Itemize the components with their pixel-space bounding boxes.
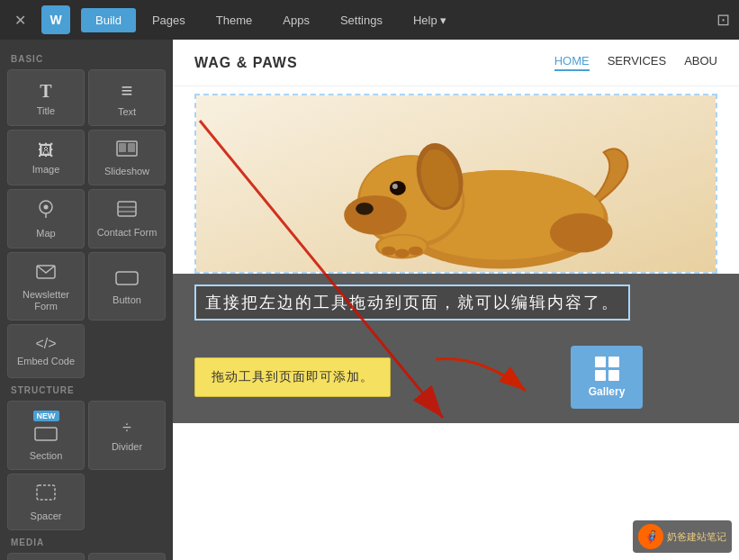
- watermark-text: 奶爸建站笔记: [667, 530, 726, 544]
- site-nav-link-about[interactable]: ABOU: [684, 54, 717, 71]
- sidebar: BASIC T Title ≡ Text 🖼 Image: [0, 40, 173, 560]
- tool-divider[interactable]: ÷ Divider: [88, 401, 166, 470]
- map-icon: [36, 199, 56, 224]
- structure-section-label: STRUCTURE: [11, 385, 162, 395]
- svg-point-26: [382, 247, 396, 256]
- svg-rect-10: [116, 272, 138, 285]
- spacer-icon: [35, 483, 57, 507]
- embed-code-label: Embed Code: [17, 356, 75, 367]
- svg-point-20: [390, 181, 406, 195]
- tool-contact-form[interactable]: Contact Form: [88, 189, 166, 248]
- tool-newsletter-form[interactable]: Newsletter Form: [7, 252, 85, 321]
- image-label: Image: [32, 164, 60, 176]
- top-nav-bar: ✕ W Build Pages Theme Apps Settings Help…: [0, 0, 739, 40]
- tool-section[interactable]: NEW Section: [7, 401, 85, 470]
- image-icon: 🖼: [38, 141, 54, 160]
- dog-image-section: [194, 94, 717, 274]
- spacer-label: Spacer: [31, 510, 62, 522]
- hint-section: 拖动工具到页面即可添加。: [173, 331, 739, 423]
- main-layout: BASIC T Title ≡ Text 🖼 Image: [0, 40, 739, 560]
- media-section-label: MEDIA: [11, 537, 162, 547]
- newsletter-form-label: Newsletter Form: [14, 289, 78, 312]
- tab-settings[interactable]: Settings: [326, 8, 397, 32]
- website-preview: WAG & PAWS HOME SERVICES ABOU: [173, 40, 739, 560]
- svg-point-27: [395, 249, 410, 258]
- button-icon: [115, 267, 139, 291]
- nav-right: ⊡: [716, 10, 730, 30]
- title-icon: T: [40, 81, 51, 102]
- site-logo: WAG & PAWS: [194, 55, 298, 71]
- tool-title[interactable]: T Title: [7, 69, 85, 126]
- drag-arrow: [427, 350, 535, 404]
- contact-form-label: Contact Form: [97, 227, 158, 239]
- site-nav-link-services[interactable]: SERVICES: [608, 54, 667, 71]
- divider-label: Divider: [112, 441, 142, 453]
- newsletter-form-icon: [35, 262, 57, 285]
- text-label: Text: [118, 106, 136, 118]
- gallery-cell-2: [608, 357, 619, 367]
- contact-form-icon: [116, 200, 138, 223]
- svg-point-18: [344, 195, 407, 235]
- gallery-label: Gallery: [589, 385, 626, 398]
- basic-tools-grid: T Title ≡ Text 🖼 Image Slid: [7, 69, 166, 378]
- slideshow-icon: [116, 140, 138, 162]
- title-label: Title: [37, 105, 55, 117]
- site-nav: WAG & PAWS HOME SERVICES ABOU: [173, 40, 739, 86]
- svg-rect-2: [128, 143, 135, 152]
- gallery-icon: [595, 357, 619, 381]
- site-nav-link-home[interactable]: HOME: [554, 54, 590, 71]
- tool-image[interactable]: 🖼 Image: [7, 130, 85, 185]
- tool-spacer[interactable]: Spacer: [7, 474, 85, 530]
- chinese-text-section: 直接把左边的工具拖动到页面，就可以编辑内容了。: [173, 274, 739, 331]
- watermark-icon: 🦸: [638, 524, 663, 549]
- button-label: Button: [113, 294, 141, 306]
- svg-rect-1: [119, 143, 126, 152]
- tab-theme[interactable]: Theme: [202, 8, 266, 32]
- tool-map[interactable]: Map: [7, 189, 85, 248]
- map-label: Map: [36, 228, 55, 239]
- section-icon: [34, 423, 58, 447]
- svg-point-29: [550, 213, 613, 253]
- svg-point-19: [356, 203, 374, 215]
- tool-media-2[interactable]: ⚡ —: [88, 553, 166, 560]
- svg-rect-12: [37, 485, 55, 500]
- tab-apps[interactable]: Apps: [268, 8, 324, 32]
- new-badge: NEW: [33, 411, 59, 421]
- svg-point-4: [44, 205, 49, 210]
- gallery-cell-4: [608, 370, 619, 381]
- watermark: 🦸 奶爸建站笔记: [633, 520, 732, 553]
- section-label: Section: [30, 450, 63, 462]
- tab-pages[interactable]: Pages: [138, 8, 200, 32]
- nav-tabs: Build Pages Theme Apps Settings Help ▾: [81, 8, 461, 32]
- chinese-main-text: 直接把左边的工具拖动到页面，就可以编辑内容了。: [194, 285, 630, 321]
- divider-icon: ÷: [122, 419, 131, 438]
- structure-tools-grid: NEW Section ÷ Divider Spacer: [7, 401, 166, 530]
- dog-image: [196, 95, 716, 272]
- app-logo: W: [41, 5, 70, 34]
- tab-build[interactable]: Build: [81, 8, 136, 32]
- close-button[interactable]: ✕: [9, 9, 31, 31]
- tool-media-1[interactable]: ⚡ —: [7, 553, 85, 560]
- site-nav-links: HOME SERVICES ABOU: [554, 54, 717, 71]
- text-icon: ≡: [122, 79, 133, 103]
- tool-button[interactable]: Button: [88, 252, 166, 321]
- media-tools-grid: ⚡ — ⚡ —: [7, 553, 166, 560]
- tool-text[interactable]: ≡ Text: [88, 69, 166, 126]
- svg-point-21: [392, 184, 398, 189]
- slideshow-label: Slideshow: [104, 166, 149, 177]
- embed-code-icon: </>: [35, 336, 56, 352]
- tool-embed-code[interactable]: </> Embed Code: [7, 324, 85, 378]
- basic-section-label: BASIC: [11, 54, 162, 64]
- gallery-cell-3: [595, 370, 606, 381]
- gallery-widget[interactable]: Gallery: [571, 346, 643, 409]
- gallery-cell-1: [595, 357, 606, 367]
- svg-rect-6: [118, 202, 136, 216]
- canvas-area: WAG & PAWS HOME SERVICES ABOU: [173, 40, 739, 560]
- svg-rect-11: [35, 428, 57, 440]
- tab-help[interactable]: Help ▾: [399, 8, 461, 32]
- svg-point-28: [409, 247, 423, 256]
- tool-slideshow[interactable]: Slideshow: [88, 130, 166, 185]
- device-toggle-icon[interactable]: ⊡: [716, 10, 730, 30]
- hint-box: 拖动工具到页面即可添加。: [194, 357, 391, 397]
